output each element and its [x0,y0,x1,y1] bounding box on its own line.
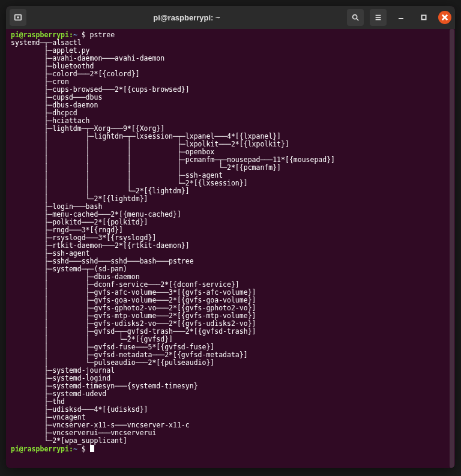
scrollbar-thumb[interactable] [450,29,454,468]
close-icon [441,13,449,22]
search-icon [351,13,360,22]
close-button[interactable] [438,11,451,24]
svg-line-4 [357,19,359,21]
maximize-button[interactable] [415,9,432,26]
search-button[interactable] [347,9,364,26]
terminal-content[interactable]: pi@raspberrypi:~ $ pstreesystemd─┬─alsac… [6,29,455,468]
window-title: pi@raspberrypi: ~ [26,13,347,22]
titlebar: pi@raspberrypi: ~ [6,6,455,29]
menu-button[interactable] [370,9,387,26]
svg-rect-9 [422,16,426,20]
maximize-icon [421,14,427,20]
terminal-output: pi@raspberrypi:~ $ pstreesystemd─┬─alsac… [11,31,450,453]
svg-point-3 [353,15,357,19]
hamburger-icon [374,13,382,22]
new-tab-button[interactable] [10,9,26,26]
minimize-icon [398,14,404,20]
terminal-window: pi@raspberrypi: ~ pi@raspberrypi:~ $ pst… [6,6,455,468]
minimize-button[interactable] [393,9,409,26]
new-tab-icon [14,13,22,22]
scrollbar[interactable] [449,29,455,468]
